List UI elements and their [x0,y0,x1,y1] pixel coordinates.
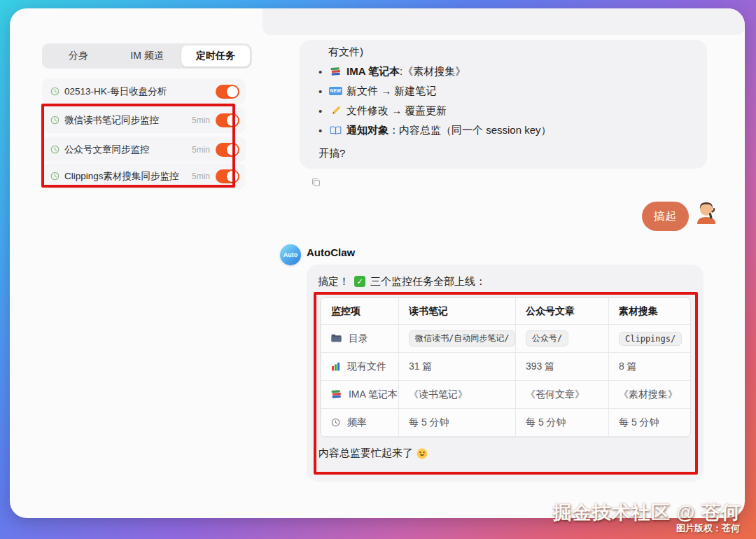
folder-icon [331,332,342,344]
column-header: 公众号文章 [516,298,609,325]
pencil-icon [328,106,343,115]
smiley-icon [416,448,428,459]
list-item: • 文件修改 → 覆盖更新 [318,101,693,120]
path-chip: 微信读书/自动同步笔记/ [409,330,515,346]
bar-chart-icon [331,360,340,372]
column-header: 监控项 [321,298,399,325]
bot-message-bubble-table: 搞定！ ✓ 三个监控任务全部上线： 监控项 读书笔记 公众号文章 素材搜集 [307,265,704,482]
toggle-knob [227,115,238,126]
table-row-ima-notebook: IMA 笔记本 《读书笔记》 《苍何文章》 《素材搜集》 [321,381,692,409]
task-name: 02513-HK-每日收盘分析 [64,85,210,98]
task-toggle[interactable] [216,85,239,99]
column-header: 素材搜集 [609,298,692,325]
schedule-clock-icon [50,115,59,125]
bullet-list: • IMA 笔记本:《素材搜集》 • NEW 新文件 → 新建笔记 • 文件修改… [318,62,693,140]
sidebar-tabbar: 分身 IM 频道 定时任务 [42,43,252,69]
task-toggle[interactable] [216,169,239,183]
task-row-daily-close[interactable]: 02513-HK-每日收盘分析 [42,78,246,104]
message-closing-line: 开搞? [318,144,693,162]
schedule-clock-icon [50,145,59,154]
check-icon: ✓ [354,276,365,287]
user-message-bubble: 搞起 [642,202,689,231]
schedule-clock-icon [50,87,59,96]
task-interval: 5min [192,145,210,155]
list-item: • 通知对象：内容总监（同一个 session key） [318,120,693,140]
task-toggle[interactable] [216,143,239,157]
list-item: • IMA 笔记本:《素材搜集》 [318,62,693,81]
books-icon [328,67,343,76]
task-row-weread-sync[interactable]: 微信读书笔记同步监控 5min [42,107,246,133]
tab-im-channel[interactable]: IM 频道 [113,46,181,66]
task-name: 公众号文章同步监控 [64,144,192,156]
bot-name: AutoClaw [307,246,355,258]
task-interval: 5min [192,172,210,181]
table-row-directory: 目录 微信读书/自动同步笔记/ 公众号/ Clippings/ [321,325,692,353]
list-item: • NEW 新文件 → 新建笔记 [318,81,693,101]
new-icon: NEW [328,87,343,95]
bot-message-bubble-list: 有文件) • IMA 笔记本:《素材搜集》 • NEW 新文件 → 新建笔记 •… [300,40,707,169]
books-icon [331,388,342,400]
toggle-knob [227,86,238,97]
task-name: Clippings素材搜集同步监控 [64,170,192,183]
copy-icon[interactable] [311,177,321,188]
table-header-row: 监控项 读书笔记 公众号文章 素材搜集 [321,298,692,325]
task-name: 微信读书笔记同步监控 [64,114,192,127]
app-card: 分身 IM 频道 定时任务 02513-HK-每日收盘分析 微信读书笔记同步监控… [10,8,745,518]
user-avatar [693,199,720,225]
schedule-clock-icon [50,172,59,181]
tab-scheduled-tasks[interactable]: 定时任务 [181,46,250,66]
table-row-existing-files: 现有文件 31 篇 393 篇 8 篇 [321,353,692,381]
task-row-gzh-sync[interactable]: 公众号文章同步监控 5min [42,136,246,162]
message-continuation-line: 有文件) [328,42,693,61]
previous-message-bubble-cutoff [262,8,745,35]
autoclaw-avatar: Auto [280,244,301,265]
open-book-icon [328,126,343,135]
path-chip: Clippings/ [619,332,682,346]
clock-icon [331,416,340,428]
path-chip: 公众号/ [526,330,568,346]
toggle-knob [227,144,238,155]
column-header: 读书笔记 [399,298,516,325]
monitor-table: 监控项 读书笔记 公众号文章 素材搜集 目录 微信读书/自动同步笔记/ 公众号/ [320,297,691,438]
task-interval: 5min [192,115,210,125]
task-toggle[interactable] [216,113,239,127]
toggle-knob [227,171,238,182]
status-line: 搞定！ ✓ 三个监控任务全部上线： [318,273,692,290]
tab-avatar[interactable]: 分身 [44,46,113,66]
watermark-copyright: 图片版权：苍何 [676,522,740,535]
task-row-clippings-sync[interactable]: Clippings素材搜集同步监控 5min [42,163,246,189]
watermark-text: 掘金技术社区 @ 苍何 [553,500,741,525]
table-row-frequency: 频率 每 5 分钟 每 5 分钟 每 5 分钟 [321,409,692,437]
message-closing-line: 内容总监要忙起来了 [318,447,692,460]
